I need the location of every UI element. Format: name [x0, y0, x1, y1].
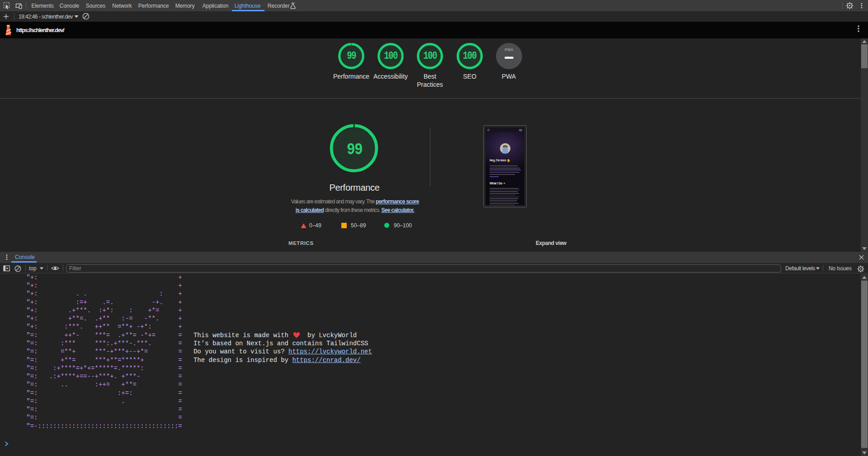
- svg-text:PWA: PWA: [505, 47, 513, 52]
